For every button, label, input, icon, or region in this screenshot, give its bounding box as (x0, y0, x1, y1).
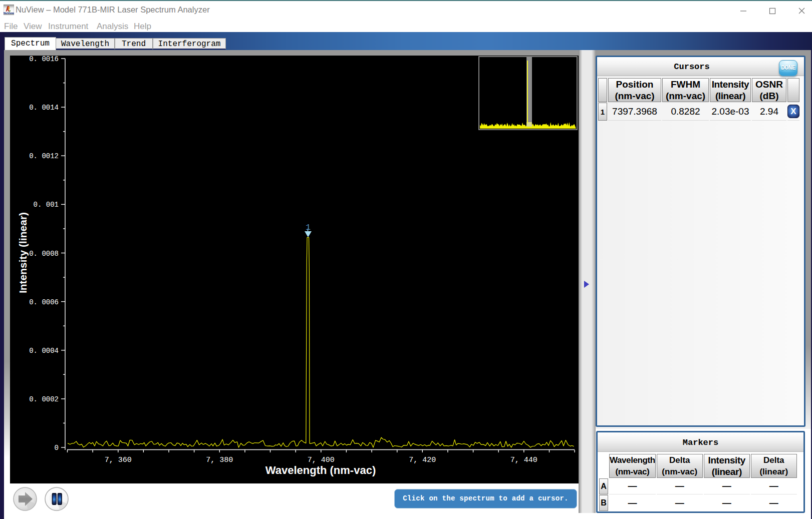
svg-text:0: 0 (55, 444, 59, 452)
svg-text:7, 360: 7, 360 (105, 456, 132, 464)
svg-text:0. 001: 0. 001 (34, 201, 59, 209)
svg-text:7, 380: 7, 380 (206, 456, 233, 464)
svg-text:0. 0002: 0. 0002 (29, 395, 59, 403)
svg-text:NuView: NuView (4, 12, 14, 15)
svg-text:Intensity (linear): Intensity (linear) (17, 212, 29, 293)
svg-text:7, 440: 7, 440 (510, 456, 537, 464)
svg-text:0. 0008: 0. 0008 (29, 250, 59, 258)
svg-text:0. 0004: 0. 0004 (29, 347, 59, 355)
svg-text:Wavelength (nm-vac): Wavelength (nm-vac) (265, 464, 376, 476)
svg-text:0. 0016: 0. 0016 (29, 56, 59, 63)
svg-text:0. 0014: 0. 0014 (29, 104, 59, 112)
svg-text:7, 400: 7, 400 (308, 456, 335, 464)
svg-text:7, 420: 7, 420 (409, 456, 436, 464)
svg-text:0. 0012: 0. 0012 (29, 152, 59, 160)
svg-text:0. 0006: 0. 0006 (29, 298, 59, 306)
svg-text:1: 1 (306, 223, 311, 232)
